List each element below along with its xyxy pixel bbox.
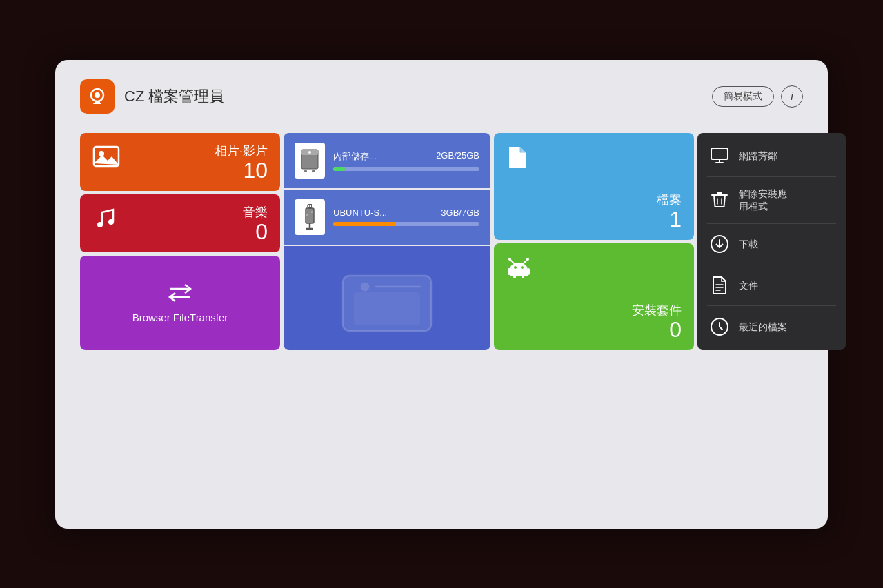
usb-storage-icon	[295, 199, 325, 235]
photos-label: 相片·影片	[215, 143, 268, 159]
usb-storage-info: UBUNTU-S... 3GB/7GB	[333, 207, 479, 226]
storage-decorative	[284, 246, 490, 350]
internal-storage-name-row: 內部儲存... 2GB/25GB	[333, 150, 479, 163]
internal-storage-progress-bg	[333, 167, 479, 171]
svg-rect-22	[508, 268, 510, 275]
app-logo	[80, 79, 115, 114]
svg-point-5	[99, 151, 104, 156]
svg-point-27	[526, 258, 529, 261]
network-label: 網路芳鄰	[739, 150, 777, 162]
storage-column: 內部儲存... 2GB/25GB	[284, 133, 490, 350]
apk-label: 安裝套件	[632, 302, 682, 318]
svg-rect-16	[311, 211, 313, 213]
browser-transfer-tile[interactable]: Browser FileTransfer	[80, 256, 280, 350]
usb-storage-progress-fill	[333, 222, 396, 226]
document-icon	[710, 276, 729, 295]
files-icon	[506, 144, 528, 173]
left-column: 相片·影片 10 音樂 0	[80, 133, 280, 350]
svg-rect-23	[527, 268, 530, 275]
documents-label: 文件	[739, 279, 758, 292]
apk-tile[interactable]: 安裝套件 0	[494, 243, 694, 350]
svg-point-1	[95, 92, 100, 98]
internal-storage-tile[interactable]: 內部儲存... 2GB/25GB	[284, 133, 490, 190]
transfer-icon	[167, 283, 193, 306]
usb-storage-name-row: UBUNTU-S... 3GB/7GB	[333, 207, 479, 218]
monitor-icon	[710, 146, 729, 165]
internal-storage-icon	[295, 143, 325, 179]
recent-menu-item[interactable]: 最近的檔案	[697, 312, 846, 342]
svg-rect-11	[312, 170, 315, 172]
music-tile[interactable]: 音樂 0	[80, 194, 280, 252]
svg-rect-21	[510, 270, 528, 276]
svg-point-28	[514, 266, 517, 269]
usb-storage-name: UBUNTU-S...	[333, 207, 387, 218]
download-icon	[710, 234, 729, 254]
download-label: 下載	[739, 238, 758, 250]
photos-count: 10	[243, 159, 268, 181]
internal-storage-info: 內部儲存... 2GB/25GB	[333, 150, 479, 171]
divider-3	[707, 265, 836, 265]
apk-count: 0	[669, 318, 682, 341]
svg-point-12	[308, 151, 311, 154]
download-menu-item[interactable]: 下載	[697, 229, 846, 259]
right-menu: 網路芳鄰 解除安裝應 用程式	[697, 133, 846, 350]
usb-storage-tile[interactable]: UBUNTU-S... 3GB/7GB	[284, 190, 490, 246]
svg-rect-3	[93, 103, 101, 104]
usb-storage-progress-bg	[333, 222, 479, 226]
svg-rect-30	[711, 148, 728, 159]
trash-icon	[710, 190, 729, 210]
simple-mode-button[interactable]: 簡易模式	[712, 86, 774, 107]
divider-1	[707, 176, 836, 177]
files-label: 檔案	[657, 192, 682, 208]
recent-label: 最近的檔案	[739, 321, 787, 333]
android-icon	[506, 254, 531, 282]
info-button[interactable]: i	[781, 85, 803, 108]
internal-storage-usage: 2GB/25GB	[436, 150, 479, 163]
music-label: 音樂	[243, 204, 268, 221]
music-count: 0	[255, 221, 268, 243]
internal-storage-progress-fill	[333, 167, 345, 171]
svg-point-7	[108, 219, 114, 225]
svg-rect-25	[522, 275, 524, 278]
svg-rect-18	[354, 292, 420, 325]
usb-storage-usage: 3GB/7GB	[441, 207, 479, 218]
photos-tile[interactable]: 相片·影片 10	[80, 133, 280, 191]
files-column: 檔案 1	[494, 133, 694, 350]
divider-4	[707, 305, 836, 306]
files-count: 1	[669, 208, 682, 230]
svg-point-29	[521, 266, 524, 269]
svg-rect-15	[306, 214, 308, 216]
svg-rect-24	[513, 275, 516, 278]
main-grid: 相片·影片 10 音樂 0	[80, 133, 803, 350]
main-screen: CZ 檔案管理員 簡易模式 i 相片·影片 10	[55, 60, 828, 529]
photos-icon	[92, 144, 120, 172]
app-title: CZ 檔案管理員	[124, 86, 224, 107]
browser-transfer-label: Browser FileTransfer	[132, 312, 228, 323]
header: CZ 檔案管理員 簡易模式 i	[80, 79, 803, 114]
files-tile[interactable]: 檔案 1	[494, 133, 694, 240]
uninstall-label: 解除安裝應 用程式	[739, 187, 787, 212]
header-right: 簡易模式 i	[712, 85, 803, 108]
svg-point-26	[508, 258, 511, 261]
header-left: CZ 檔案管理員	[80, 79, 224, 114]
svg-point-6	[97, 222, 103, 227]
clock-icon	[710, 317, 729, 336]
svg-point-19	[361, 283, 370, 292]
divider-2	[707, 223, 836, 224]
network-menu-item[interactable]: 網路芳鄰	[697, 141, 846, 171]
documents-menu-item[interactable]: 文件	[697, 270, 846, 301]
music-icon	[92, 205, 117, 233]
internal-storage-name: 內部儲存...	[333, 150, 377, 163]
svg-rect-10	[304, 170, 307, 172]
uninstall-menu-item[interactable]: 解除安裝應 用程式	[697, 182, 846, 218]
